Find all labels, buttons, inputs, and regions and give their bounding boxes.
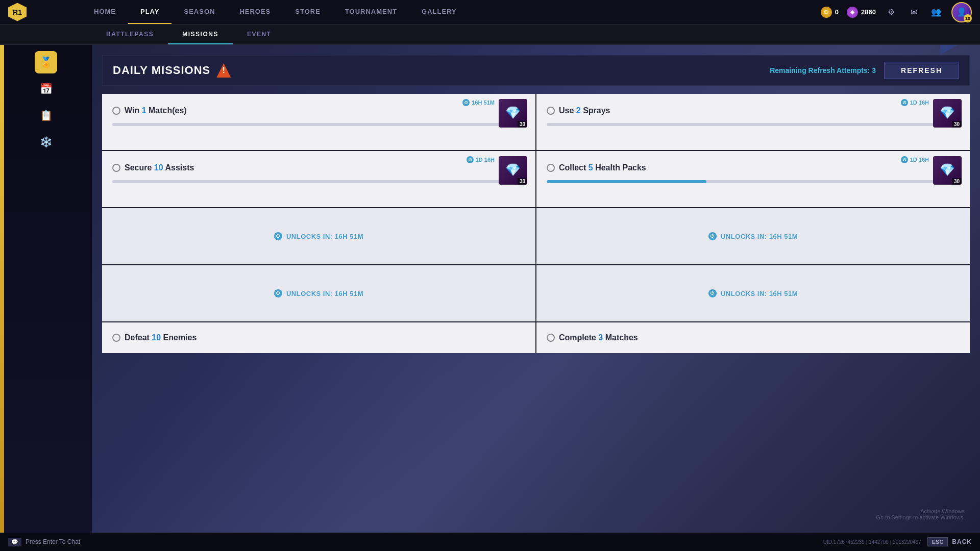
topbar: R1 HOME PLAY SEASON HEROES STORE TOURNAM…	[0, 0, 980, 24]
reward-amount-1: 30	[518, 121, 527, 128]
mission-locked-2: ⏱ UNLOCKS IN: 16H 51M	[536, 208, 970, 264]
mission-health-name: Collect 5 Health Packs	[559, 163, 646, 172]
mission-assists-title-row: Secure 10 Assists	[112, 163, 525, 172]
currency-gem: ◆ 2860	[847, 7, 876, 18]
timer-icon-4: ⏱	[901, 156, 908, 163]
sidebar-icon-calendar[interactable]: 📅	[35, 78, 57, 100]
locked-text-4: ⏱ UNLOCKS IN: 16H 51M	[708, 289, 798, 297]
mission-win-name: Win 1 Match(es)	[125, 106, 187, 115]
nav-right: ⬡ 0 ◆ 2860 ⚙ ✉ 👥 👤 18	[821, 2, 980, 22]
subnav: BATTLEPASS MISSIONS EVENT	[0, 24, 980, 45]
mission-assists-name: Secure 10 Assists	[125, 163, 194, 172]
reward-gem-icon-1: 💎	[505, 106, 521, 120]
mission-collect-health: ⏱ 1D 16H 💎 30 Collect 5 Health Packs 2 /…	[536, 151, 970, 207]
nav-gallery[interactable]: GALLERY	[409, 0, 469, 24]
complete-matches-name: Complete 3 Matches	[559, 333, 638, 342]
complete-matches-title: Complete 3 Matches	[547, 333, 638, 342]
mission-locked-4: ⏱ UNLOCKS IN: 16H 51M	[536, 265, 970, 321]
mission-win-matches: ⏱ 16H 51M 💎 30 Win 1 Match(es) 0 /1	[102, 94, 535, 150]
mission-win-checkbox[interactable]	[112, 107, 120, 115]
settings-button[interactable]: ⚙	[884, 5, 898, 19]
nav-links: HOME PLAY SEASON HEROES STORE TOURNAMENT…	[82, 0, 821, 24]
reward-gem-icon-4: 💎	[940, 163, 955, 177]
nav-play[interactable]: PLAY	[128, 0, 172, 24]
currency-gold: ⬡ 0	[821, 7, 839, 18]
reward-gem-icon-3: 💎	[505, 163, 521, 177]
chat-icon: 💬	[8, 538, 21, 546]
mission-sprays-progress-row: 0 /2	[547, 121, 960, 128]
nav-season[interactable]: SEASON	[172, 0, 227, 24]
refresh-button[interactable]: REFRESH	[884, 62, 959, 79]
subnav-event[interactable]: EVENT	[233, 24, 286, 44]
sidebar: 🏅 📅 📋 ❄️	[0, 45, 92, 551]
refresh-attempts-text: Remaining Refresh Attempts: 3	[770, 66, 876, 74]
friends-button[interactable]: 👥	[929, 5, 943, 19]
sidebar-icon-missions[interactable]: 🏅	[35, 51, 57, 73]
locked-text-2: ⏱ UNLOCKS IN: 16H 51M	[708, 232, 798, 240]
reward-amount-4: 30	[952, 178, 962, 185]
mission-win-timer: ⏱ 16H 51M	[462, 99, 495, 106]
uid-text: UID:17267452239 | 1442700 | 2013220467	[823, 539, 921, 545]
avatar[interactable]: 👤 18	[951, 2, 972, 22]
sidebar-highlight	[0, 45, 4, 551]
locked-icon-4: ⏱	[708, 289, 717, 297]
gold-amount: 0	[835, 8, 839, 16]
nav-store[interactable]: STORE	[283, 0, 333, 24]
main-content: Daily Missions ! Remaining Refresh Attem…	[92, 45, 980, 551]
mission-win-progress-row: 0 /1	[112, 121, 525, 128]
nav-home[interactable]: HOME	[82, 0, 128, 24]
sidebar-icon-area: 🏅 📅 📋 ❄️	[0, 45, 92, 159]
timer-icon-3: ⏱	[467, 156, 474, 163]
mission-health-reward: 💎 30	[933, 156, 962, 185]
defeat-enemies-checkbox[interactable]	[112, 334, 120, 342]
mission-use-sprays: ⏱ 1D 16H 💎 30 Use 2 Sprays 0 /2	[536, 94, 970, 150]
timer-icon-1: ⏱	[462, 99, 470, 106]
gem-amount: 2860	[861, 8, 876, 16]
reward-amount-2: 30	[952, 121, 962, 128]
mission-assists-reward: 💎 30	[499, 156, 527, 185]
bottom-right: UID:17267452239 | 1442700 | 2013220467 E…	[823, 537, 972, 546]
mail-button[interactable]: ✉	[906, 5, 921, 19]
locked-icon-3: ⏱	[274, 289, 282, 297]
complete-matches-checkbox[interactable]	[547, 334, 555, 342]
sidebar-icon-special[interactable]: ❄️	[35, 131, 57, 153]
logo-area: R1	[0, 3, 82, 21]
nav-tournament[interactable]: TOURNAMENT	[333, 0, 409, 24]
chat-prompt: 💬 Press Enter To Chat	[8, 538, 80, 546]
locked-text-1: ⏱ UNLOCKS IN: 16H 51M	[274, 232, 363, 240]
mission-assists-checkbox[interactable]	[112, 164, 120, 172]
gem-icon: ◆	[847, 7, 858, 18]
mission-defeat-enemies: Defeat 10 Enemies	[102, 322, 535, 353]
subnav-battlepass[interactable]: BATTLEPASS	[92, 24, 168, 44]
esc-key[interactable]: ESC	[927, 537, 948, 546]
mission-health-checkbox[interactable]	[547, 164, 555, 172]
locked-icon-1: ⏱	[274, 232, 282, 240]
avatar-level-badge: 18	[964, 14, 972, 22]
mission-health-progress-fill	[547, 180, 706, 183]
back-text[interactable]: BACK	[952, 538, 972, 545]
locked-icon-2: ⏱	[708, 232, 717, 240]
mission-health-title-row: Collect 5 Health Packs	[547, 163, 960, 172]
mission-win-title-row: Win 1 Match(es)	[112, 106, 525, 115]
missions-title-area: Daily Missions !	[113, 63, 231, 78]
reward-gem-icon-2: 💎	[940, 106, 955, 120]
mission-assists-timer: ⏱ 1D 16H	[467, 156, 495, 163]
mission-secure-assists: ⏱ 1D 16H 💎 30 Secure 10 Assists 0 /10	[102, 151, 535, 207]
locked-text-3: ⏱ UNLOCKS IN: 16H 51M	[274, 289, 363, 297]
bottom-bar: 💬 Press Enter To Chat UID:17267452239 | …	[0, 533, 980, 551]
timer-icon-2: ⏱	[901, 99, 908, 106]
sidebar-icon-tasks[interactable]: 📋	[35, 104, 57, 127]
mission-health-progress-row: 2 /5	[547, 179, 960, 185]
missions-grid: ⏱ 16H 51M 💎 30 Win 1 Match(es) 0 /1	[102, 94, 970, 353]
nav-heroes[interactable]: HEROES	[227, 0, 283, 24]
mission-assists-progress-bg	[112, 180, 509, 183]
mission-sprays-timer: ⏱ 1D 16H	[901, 99, 929, 106]
subnav-missions[interactable]: MISSIONS	[168, 24, 233, 44]
mission-sprays-checkbox[interactable]	[547, 107, 555, 115]
refresh-area: Remaining Refresh Attempts: 3 REFRESH	[770, 62, 959, 79]
mission-health-timer: ⏱ 1D 16H	[901, 156, 929, 163]
mission-sprays-reward: 💎 30	[933, 99, 962, 128]
gold-icon: ⬡	[821, 7, 832, 18]
mission-sprays-progress-bg	[547, 123, 946, 126]
mission-win-reward: 💎 30	[499, 99, 527, 128]
